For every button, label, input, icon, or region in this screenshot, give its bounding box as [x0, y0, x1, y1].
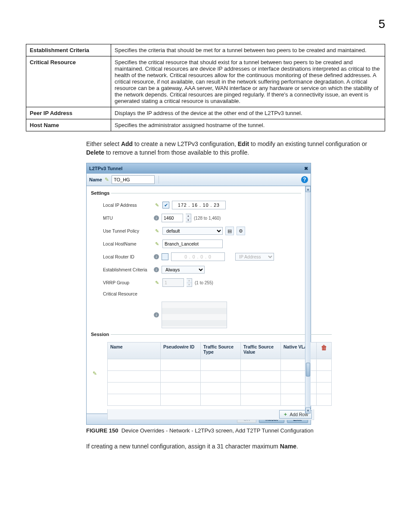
table-row: [108, 371, 332, 383]
pencil-icon: ✎: [154, 228, 160, 234]
desc-cell: Displays the IP address of the device at…: [111, 107, 385, 119]
session-legend: Session: [91, 332, 111, 337]
session-group: Session ✎ Name Pseudowire ID Traffic Sou…: [91, 332, 332, 423]
desc-cell: Specifies the criteria that should be me…: [111, 44, 385, 56]
local-ip-input[interactable]: [172, 201, 226, 209]
info-icon: i: [154, 312, 159, 317]
close-icon[interactable]: ✖: [304, 166, 308, 171]
desc-cell: Specifies the administrator assigned hos…: [111, 119, 385, 131]
table-row: [108, 359, 332, 371]
vrrp-stepper: ▲▼: [187, 278, 192, 287]
table-row: Peer IP Address Displays the IP address …: [26, 107, 385, 119]
dialog-body: ▲ ▼ Settings Local IP Address ✎ ✔ MTU i …: [87, 186, 311, 414]
name-label: Name: [89, 177, 102, 182]
settings-legend: Settings: [91, 190, 111, 196]
vrrp-label: VRRP Group: [103, 280, 151, 285]
scroll-thumb[interactable]: [306, 363, 310, 376]
table-row: Host Name Specifies the administrator as…: [26, 119, 385, 131]
settings-group: Settings Local IP Address ✎ ✔ MTU i ▲▼ (…: [91, 190, 301, 328]
mtu-label: MTU: [103, 215, 151, 221]
scroll-down-icon[interactable]: ▼: [305, 408, 311, 414]
l2tpv3-tunnel-dialog: L2TPv3 Tunnel ✖ Name ✎ ? ▲ ▼ Settings Lo…: [86, 163, 311, 425]
policy-select[interactable]: default: [162, 227, 223, 235]
info-icon: i: [154, 215, 159, 221]
mtu-stepper[interactable]: ▲▼: [186, 214, 191, 222]
col-tstype[interactable]: Traffic Source Type: [201, 342, 241, 359]
figure-caption: FIGURE 150 Device Overrides - Network - …: [86, 427, 385, 434]
vrrp-hint: (1 to 255): [195, 280, 213, 285]
pencil-icon: ✎: [105, 177, 109, 183]
plus-icon: ＋: [283, 411, 288, 417]
pencil-icon: ✎: [154, 280, 160, 286]
addrow-bar: ＋ Add Row: [107, 409, 314, 420]
local-ip-checkbox[interactable]: ✔: [162, 202, 169, 208]
local-ip-label: Local IP Address: [103, 202, 151, 208]
pencil-icon: ✎: [154, 241, 160, 247]
routerid-checkbox[interactable]: ✔: [162, 253, 168, 260]
term-cell: Host Name: [26, 119, 111, 131]
help-icon[interactable]: ?: [301, 176, 308, 183]
new-policy-icon[interactable]: ▤: [225, 227, 234, 235]
info-icon: i: [154, 267, 159, 272]
table-row: Establishment Criteria Specifies the cri…: [26, 44, 385, 56]
desc-cell: Specifies the critical resource that sho…: [111, 56, 385, 107]
mtu-hint: (128 to 1,460): [194, 216, 221, 221]
trash-icon[interactable]: 🗑: [317, 342, 332, 359]
col-pwid[interactable]: Pseudowire ID: [161, 342, 201, 359]
pencil-icon: ✎: [154, 202, 160, 208]
estab-label: Establishment Criteria: [103, 267, 151, 272]
mtu-input[interactable]: [162, 214, 183, 222]
scrollbar[interactable]: ▲ ▼: [305, 186, 311, 414]
routerid-type-select[interactable]: IP Address: [235, 253, 274, 261]
dialog-toolbar: Name ✎ ?: [87, 174, 311, 186]
critical-resource-list[interactable]: [162, 302, 227, 328]
policy-label: Use Tunnel Policy: [103, 228, 151, 233]
routerid-label: Local Router ID: [103, 254, 151, 259]
gear-icon[interactable]: ⚙: [237, 227, 245, 235]
dialog-title: L2TPv3 Tunnel: [89, 166, 122, 171]
hostname-input[interactable]: [162, 240, 223, 248]
term-cell: Establishment Criteria: [26, 44, 111, 56]
dialog-titlebar: L2TPv3 Tunnel ✖: [87, 163, 311, 174]
col-nvlan[interactable]: Native VLAN: [281, 342, 317, 359]
crit-label: Critical Resource: [103, 291, 151, 296]
pencil-icon: ✎: [91, 370, 99, 420]
definitions-table: Establishment Criteria Specifies the cri…: [26, 44, 385, 131]
info-icon: i: [154, 254, 159, 259]
scroll-up-icon[interactable]: ▲: [305, 186, 311, 192]
table-row: [108, 383, 332, 394]
closing-paragraph: If creating a new tunnel configuration, …: [86, 442, 385, 451]
session-table: Name Pseudowire ID Traffic Source Type T…: [107, 342, 332, 406]
col-tsval[interactable]: Traffic Source Value: [241, 342, 281, 359]
col-name[interactable]: Name: [108, 342, 161, 359]
hostname-label: Local HostName: [103, 241, 151, 246]
vrrp-input: [162, 278, 184, 287]
table-row: Critical Resource Specifies the critical…: [26, 56, 385, 107]
name-input[interactable]: [112, 175, 155, 184]
table-row: [108, 394, 332, 406]
intro-paragraph: Either select Add to create a new L2TPv3…: [86, 140, 385, 157]
term-cell: Critical Resource: [26, 56, 111, 107]
term-cell: Peer IP Address: [26, 107, 111, 119]
page-number: 5: [26, 17, 385, 31]
routerid-input[interactable]: [171, 252, 225, 261]
estab-select[interactable]: Always: [162, 266, 205, 274]
